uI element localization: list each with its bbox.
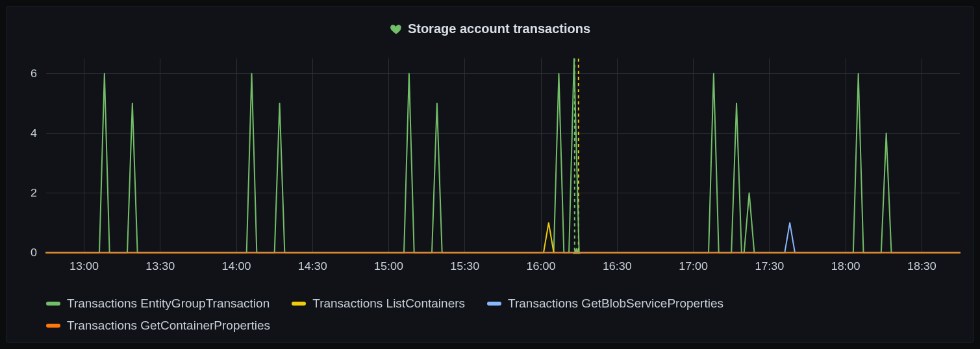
legend-swatch (292, 302, 306, 306)
legend-item[interactable]: Transactions ListContainers (292, 296, 465, 311)
svg-text:18:30: 18:30 (907, 259, 936, 272)
legend-swatch (46, 324, 60, 328)
svg-text:4: 4 (31, 127, 37, 139)
svg-text:6: 6 (31, 67, 37, 80)
svg-text:15:00: 15:00 (374, 259, 403, 272)
chart-legend: Transactions EntityGroupTransactionTrans… (46, 296, 960, 333)
heart-icon (390, 23, 403, 36)
panel-title-container[interactable]: Storage account transactions (7, 7, 973, 48)
legend-label: Transactions EntityGroupTransaction (67, 296, 270, 311)
svg-text:16:30: 16:30 (603, 259, 632, 272)
svg-text:16:00: 16:00 (527, 259, 556, 272)
svg-text:0: 0 (31, 247, 37, 259)
svg-text:15:30: 15:30 (450, 259, 479, 272)
svg-text:17:00: 17:00 (679, 259, 708, 272)
panel-title: Storage account transactions (408, 21, 590, 36)
svg-text:18:00: 18:00 (831, 259, 861, 272)
chart-plot-area[interactable]: 024613:0013:3014:0014:3015:0015:3016:001… (14, 53, 966, 277)
legend-label: Transactions GetContainerProperties (67, 319, 270, 333)
legend-item[interactable]: Transactions GetBlobServiceProperties (487, 296, 723, 311)
chart-panel: Storage account transactions 024613:0013… (6, 6, 974, 343)
legend-swatch (46, 302, 60, 306)
legend-label: Transactions ListContainers (312, 296, 465, 311)
svg-text:14:00: 14:00 (222, 259, 251, 272)
svg-text:13:00: 13:00 (69, 259, 99, 272)
legend-swatch (487, 302, 501, 306)
svg-text:13:30: 13:30 (145, 259, 175, 272)
svg-text:14:30: 14:30 (298, 259, 327, 272)
legend-label: Transactions GetBlobServiceProperties (508, 296, 723, 311)
svg-text:2: 2 (31, 187, 37, 199)
legend-item[interactable]: Transactions GetContainerProperties (46, 319, 270, 333)
svg-text:17:30: 17:30 (755, 259, 784, 272)
legend-item[interactable]: Transactions EntityGroupTransaction (46, 296, 270, 311)
